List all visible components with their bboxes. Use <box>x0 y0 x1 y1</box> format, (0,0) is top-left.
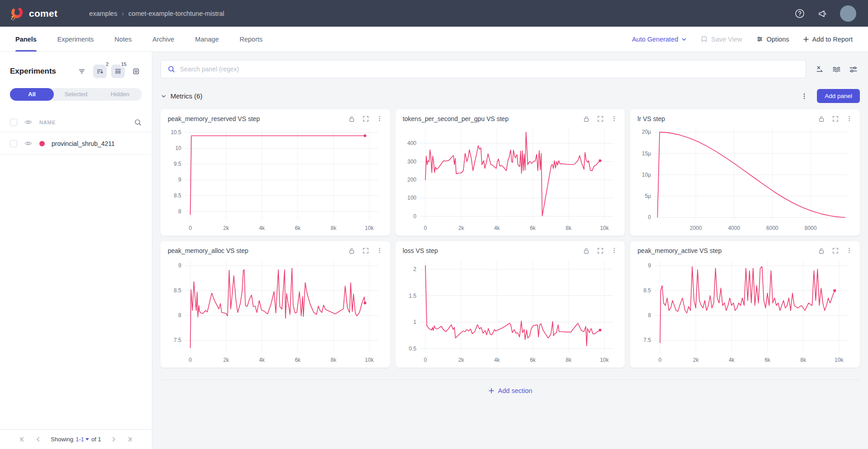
visibility-eye-icon[interactable] <box>24 118 33 126</box>
xaxis-settings-icon-button[interactable] <box>815 65 825 74</box>
add-section-button[interactable]: Add section <box>488 387 533 394</box>
svg-text:8k: 8k <box>330 357 337 363</box>
smoothing-icon-button[interactable] <box>832 65 841 74</box>
kebab-menu-icon[interactable] <box>611 247 618 254</box>
compare-icon-button[interactable] <box>129 65 143 78</box>
svg-text:2k: 2k <box>223 357 230 363</box>
columns-icon-button[interactable]: 15 <box>111 65 125 78</box>
chart-canvas[interactable]: 02k4k6k8k10k0100200300400 <box>403 123 618 234</box>
filter-tab-selected[interactable]: Selected <box>54 88 98 101</box>
lock-icon[interactable] <box>818 115 825 122</box>
breadcrumb-workspace-link[interactable]: examples <box>89 10 117 17</box>
save-view-label: Save View <box>711 36 742 43</box>
lock-icon[interactable] <box>348 115 355 122</box>
breadcrumb-separator-icon: › <box>122 10 124 17</box>
help-icon[interactable] <box>795 9 805 19</box>
kebab-menu-icon[interactable] <box>846 115 853 122</box>
svg-text:4k: 4k <box>259 357 265 363</box>
of-total-label: of 1 <box>91 436 101 443</box>
kebab-menu-icon[interactable] <box>376 247 383 254</box>
name-column-header[interactable]: NAME <box>39 120 56 125</box>
tab-notes[interactable]: Notes <box>114 27 132 51</box>
next-page-button[interactable] <box>110 436 117 443</box>
first-page-button[interactable] <box>19 436 26 443</box>
options-button[interactable]: Options <box>756 35 789 43</box>
fullscreen-icon[interactable] <box>832 115 839 122</box>
filter-tab-hidden[interactable]: Hidden <box>98 88 142 101</box>
chart-canvas[interactable]: 02k4k6k8k10k7.588.59 <box>168 255 383 365</box>
svg-text:0: 0 <box>424 225 427 231</box>
filter-experiments-icon-button[interactable] <box>75 65 89 78</box>
kebab-menu-icon[interactable] <box>846 247 853 254</box>
avatar[interactable] <box>840 5 856 22</box>
tab-archive[interactable]: Archive <box>152 27 174 51</box>
comet-brand[interactable]: comet <box>9 6 57 21</box>
filter-tab-all[interactable]: All <box>10 88 54 101</box>
svg-text:10k: 10k <box>365 357 374 363</box>
metrics-section-toggle[interactable]: Metrics (6) <box>160 92 203 100</box>
panel-card: peak_memory_alloc VS step 02k4k6k8k10k7.… <box>160 241 390 368</box>
experiment-color-dot <box>39 141 45 146</box>
lock-icon[interactable] <box>583 115 590 122</box>
svg-text:8k: 8k <box>566 357 572 363</box>
top-bar: comet examples › comet-example-torchtune… <box>0 0 868 27</box>
chart-canvas[interactable]: 02k4k6k8k10k88.599.51010.5 <box>168 123 383 234</box>
save-view-button[interactable]: Save View <box>700 35 742 43</box>
tab-reports[interactable]: Reports <box>240 27 263 51</box>
fullscreen-icon[interactable] <box>832 247 839 254</box>
chart-canvas[interactable]: 200040006000800005µ10µ15µ20µ <box>637 123 853 234</box>
section-menu-button[interactable] <box>801 93 808 100</box>
svg-text:2k: 2k <box>458 357 464 363</box>
svg-text:2k: 2k <box>693 357 699 363</box>
search-experiments-icon[interactable] <box>134 118 142 126</box>
svg-text:0: 0 <box>659 357 662 363</box>
chart-canvas[interactable]: 02k4k6k8k10k7.588.59 <box>637 255 853 365</box>
svg-text:1.5: 1.5 <box>409 293 416 299</box>
lock-icon[interactable] <box>583 247 590 254</box>
svg-text:7.5: 7.5 <box>644 337 651 344</box>
lock-icon[interactable] <box>348 247 355 254</box>
svg-text:10: 10 <box>175 145 182 151</box>
lock-icon[interactable] <box>818 247 825 254</box>
chart-canvas[interactable]: 02k4k6k8k10k0.511.52 <box>403 255 618 365</box>
add-panel-button[interactable]: Add panel <box>817 89 860 103</box>
fullscreen-icon[interactable] <box>362 115 369 122</box>
svg-text:0: 0 <box>189 225 192 231</box>
svg-text:6k: 6k <box>295 357 301 363</box>
experiment-checkbox[interactable] <box>10 140 17 147</box>
svg-text:4k: 4k <box>259 225 265 231</box>
panel-card: peak_memory_reserved VS step 02k4k6k8k10… <box>160 109 390 236</box>
tab-manage[interactable]: Manage <box>195 27 219 51</box>
svg-text:6k: 6k <box>295 225 301 231</box>
tab-experiments[interactable]: Experiments <box>57 27 94 51</box>
panel-display-settings-icon-button[interactable] <box>849 65 858 74</box>
add-to-report-button[interactable]: Add to Report <box>803 36 853 43</box>
fullscreen-icon[interactable] <box>597 247 604 254</box>
experiment-row[interactable]: provincial_shrub_4211 <box>0 132 152 155</box>
kebab-menu-icon[interactable] <box>376 115 383 122</box>
section-chevron-icon <box>160 93 167 99</box>
tab-panels[interactable]: Panels <box>15 27 37 51</box>
fullscreen-icon[interactable] <box>362 247 369 254</box>
prev-page-button[interactable] <box>35 436 42 443</box>
svg-text:4k: 4k <box>494 357 500 363</box>
page-range-dropdown[interactable]: 1-1 <box>75 436 89 443</box>
search-panel-input[interactable] <box>180 65 799 73</box>
svg-text:15µ: 15µ <box>642 150 651 157</box>
chevron-down-icon <box>681 37 687 42</box>
svg-text:6k: 6k <box>764 357 771 363</box>
select-all-checkbox[interactable] <box>10 119 17 126</box>
announcements-icon[interactable] <box>817 9 827 19</box>
sort-experiments-icon-button[interactable]: 2 <box>93 65 107 78</box>
view-selector-dropdown[interactable]: Auto Generated <box>632 36 687 43</box>
fullscreen-icon[interactable] <box>597 115 604 122</box>
svg-text:6000: 6000 <box>766 225 778 231</box>
add-to-report-label: Add to Report <box>812 36 853 43</box>
experiment-name[interactable]: provincial_shrub_4211 <box>52 140 115 147</box>
last-page-button[interactable] <box>126 436 133 443</box>
svg-text:8k: 8k <box>330 225 337 231</box>
experiment-eye-icon[interactable] <box>24 139 33 148</box>
kebab-menu-icon[interactable] <box>611 115 618 122</box>
svg-text:0: 0 <box>424 357 427 363</box>
svg-text:10.5: 10.5 <box>171 130 182 136</box>
